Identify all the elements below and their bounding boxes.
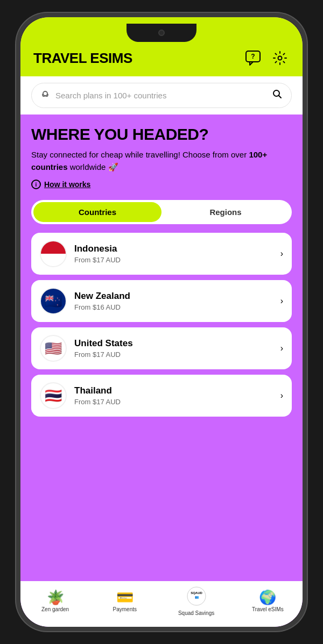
tab-countries[interactable]: Countries xyxy=(33,202,162,222)
header-icons: ? xyxy=(243,48,290,68)
chevron-thailand: › xyxy=(280,391,283,400)
country-info-usa: United States From $17 AUD xyxy=(74,338,273,359)
nav-label-travel-esims: Travel eSIMs xyxy=(252,606,284,612)
notch xyxy=(127,24,196,42)
flag-usa: 🇺🇸 xyxy=(40,335,67,362)
country-name-new-zealand: New Zealand xyxy=(74,291,273,302)
nav-item-zen-garden[interactable]: 🪴 Zen garden xyxy=(39,590,72,612)
payments-icon: 💳 xyxy=(116,590,134,604)
flag-new-zealand: 🇳🇿 xyxy=(40,288,67,314)
phone-screen: TRAVEL ESIMS ? xyxy=(20,17,303,627)
country-card-new-zealand[interactable]: 🇳🇿 New Zealand From $16 AUD › xyxy=(31,280,292,322)
chevron-usa: › xyxy=(280,344,283,353)
country-name-indonesia: Indonesia xyxy=(74,244,273,254)
app-title: TRAVEL ESIMS xyxy=(33,50,132,67)
country-price-usa: From $17 AUD xyxy=(74,350,273,359)
country-info-thailand: Thailand From $17 AUD xyxy=(74,385,273,406)
nav-item-travel-esims[interactable]: 🌍 Travel eSIMs xyxy=(251,590,284,612)
nav-item-squad-savings[interactable]: SQAUD 👥 Squad Savings xyxy=(178,586,214,616)
country-price-indonesia: From $17 AUD xyxy=(74,256,273,264)
svg-point-3 xyxy=(43,91,47,96)
flag-indonesia xyxy=(40,240,67,267)
tab-switcher: Countries Regions xyxy=(31,200,292,224)
how-it-works-text: How it works xyxy=(44,180,90,189)
country-card-indonesia[interactable]: Indonesia From $17 AUD › xyxy=(31,233,292,275)
country-info-new-zealand: New Zealand From $16 AUD xyxy=(74,291,273,311)
notch-camera xyxy=(158,30,165,36)
country-price-thailand: From $17 AUD xyxy=(74,398,273,406)
nav-label-zen-garden: Zen garden xyxy=(41,606,69,612)
country-info-indonesia: Indonesia From $17 AUD xyxy=(74,244,273,264)
flag-thailand: 🇹🇭 xyxy=(40,382,67,409)
hero-subtitle: Stay connected for cheap while travellin… xyxy=(31,149,292,173)
svg-text:👥: 👥 xyxy=(194,595,199,599)
search-container: Search plans in 100+ countries xyxy=(20,76,303,115)
settings-button[interactable] xyxy=(270,48,290,68)
nav-item-payments[interactable]: 💳 Payments xyxy=(109,590,141,612)
country-name-usa: United States xyxy=(74,338,273,349)
phone-frame: TRAVEL ESIMS ? xyxy=(16,13,307,631)
hero-title: WHERE YOU HEADED? xyxy=(31,125,292,144)
country-price-new-zealand: From $16 AUD xyxy=(74,303,273,311)
squad-savings-icon: SQAUD 👥 xyxy=(187,586,206,608)
country-name-thailand: Thailand xyxy=(74,385,273,396)
travel-esims-icon: 🌍 xyxy=(259,590,276,604)
how-it-works-link[interactable]: i How it works xyxy=(31,180,292,189)
svg-point-2 xyxy=(278,56,282,60)
bottom-nav: 🪴 Zen garden 💳 Payments SQAUD 👥 Squad Sa… xyxy=(20,581,303,627)
info-icon: i xyxy=(31,180,41,189)
header: TRAVEL ESIMS ? xyxy=(20,42,303,76)
chevron-indonesia: › xyxy=(280,249,283,259)
notch-bar xyxy=(20,17,303,42)
main-content: WHERE YOU HEADED? Stay connected for che… xyxy=(20,115,303,581)
search-icon xyxy=(272,89,283,102)
svg-text:?: ? xyxy=(251,53,255,60)
chevron-new-zealand: › xyxy=(280,296,283,306)
search-bar[interactable]: Search plans in 100+ countries xyxy=(31,83,292,108)
country-list: Indonesia From $17 AUD › 🇳🇿 New Zealand … xyxy=(31,233,292,425)
country-card-usa[interactable]: 🇺🇸 United States From $17 AUD › xyxy=(31,327,292,369)
nav-label-payments: Payments xyxy=(113,606,137,612)
country-card-thailand[interactable]: 🇹🇭 Thailand From $17 AUD › xyxy=(31,375,292,417)
nav-label-squad-savings: Squad Savings xyxy=(178,610,214,616)
tab-regions[interactable]: Regions xyxy=(162,202,290,222)
location-icon xyxy=(40,89,50,102)
svg-text:SQAUD: SQAUD xyxy=(191,591,202,595)
search-input[interactable]: Search plans in 100+ countries xyxy=(55,91,266,100)
help-button[interactable]: ? xyxy=(243,48,263,68)
zen-garden-icon: 🪴 xyxy=(47,590,64,604)
